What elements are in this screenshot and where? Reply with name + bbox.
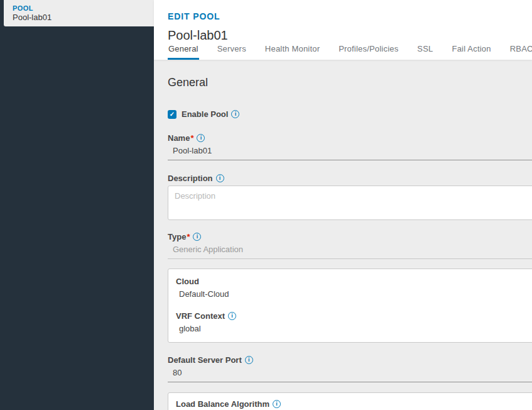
cloud-label-text: Cloud bbox=[176, 277, 199, 286]
tab-fail-action[interactable]: Fail Action bbox=[452, 44, 492, 60]
info-icon[interactable] bbox=[273, 400, 281, 408]
cloud-value: Default-Cloud bbox=[176, 289, 530, 299]
sidebar: POOL Pool-lab01 bbox=[0, 0, 154, 410]
type-label-text: Type bbox=[168, 232, 186, 241]
enable-pool-label: Enable Pool bbox=[182, 109, 228, 119]
tab-health-monitor[interactable]: Health Monitor bbox=[264, 44, 320, 60]
enable-pool-checkbox[interactable] bbox=[168, 110, 176, 119]
info-icon[interactable] bbox=[197, 134, 205, 142]
name-field-group: Name * bbox=[168, 133, 532, 160]
default-server-port-label-text: Default Server Port bbox=[168, 355, 242, 365]
description-label: Description bbox=[168, 174, 532, 183]
required-marker: * bbox=[187, 232, 190, 241]
name-label: Name * bbox=[168, 133, 532, 143]
required-marker: * bbox=[190, 133, 193, 143]
general-form: General Enable Pool Name * Description bbox=[154, 60, 532, 410]
default-server-port-input[interactable] bbox=[168, 365, 532, 382]
name-label-text: Name bbox=[168, 133, 190, 143]
name-input[interactable] bbox=[168, 143, 532, 160]
description-label-text: Description bbox=[168, 174, 213, 183]
tab-bar: General Servers Health Monitor Profiles/… bbox=[168, 44, 532, 60]
info-icon[interactable] bbox=[216, 174, 224, 182]
tab-rbac[interactable]: RBAC bbox=[509, 44, 532, 60]
cloud-vrf-card: Cloud Default-Cloud VRF Context global bbox=[168, 269, 532, 343]
header: EDIT POOL Pool-lab01 General Servers Hea… bbox=[154, 0, 532, 60]
description-textarea[interactable] bbox=[168, 186, 532, 220]
load-balance-algorithm-label: Load Balance Algorithm bbox=[176, 399, 530, 409]
main-panel: EDIT POOL Pool-lab01 General Servers Hea… bbox=[154, 0, 532, 410]
page-title: Pool-lab01 bbox=[168, 28, 532, 43]
type-label: Type * bbox=[168, 232, 532, 241]
section-title: General bbox=[168, 76, 532, 89]
type-field-group: Type * Generic Application bbox=[168, 232, 532, 259]
edit-pool-kicker: EDIT POOL bbox=[168, 11, 532, 21]
sidebar-item-type-label: POOL bbox=[13, 4, 154, 12]
default-server-port-label: Default Server Port bbox=[168, 355, 532, 365]
enable-pool-row: Enable Pool bbox=[168, 109, 532, 119]
info-icon[interactable] bbox=[228, 312, 236, 320]
sidebar-item-pool[interactable]: POOL Pool-lab01 bbox=[4, 0, 154, 26]
info-icon[interactable] bbox=[245, 356, 253, 364]
load-balance-algorithm-label-text: Load Balance Algorithm bbox=[176, 399, 269, 409]
info-icon[interactable] bbox=[193, 233, 201, 241]
default-server-port-group: Default Server Port bbox=[168, 355, 532, 382]
edit-pool-screen: POOL Pool-lab01 EDIT POOL Pool-lab01 Gen… bbox=[0, 0, 532, 410]
vrf-context-label: VRF Context bbox=[176, 311, 530, 321]
sidebar-item-pool-name: Pool-lab01 bbox=[13, 13, 154, 22]
tab-general[interactable]: General bbox=[168, 44, 199, 60]
tab-profiles-policies[interactable]: Profiles/Policies bbox=[338, 44, 399, 60]
vrf-context-label-text: VRF Context bbox=[176, 311, 225, 321]
info-icon[interactable] bbox=[231, 110, 239, 118]
tab-ssl[interactable]: SSL bbox=[416, 44, 433, 60]
tab-servers[interactable]: Servers bbox=[217, 44, 247, 60]
description-field-group: Description bbox=[168, 174, 532, 220]
load-balance-card: Load Balance Algorithm Round Robin bbox=[168, 392, 532, 410]
vrf-context-value: global bbox=[176, 324, 530, 333]
cloud-label: Cloud bbox=[176, 277, 530, 286]
type-value: Generic Application bbox=[168, 242, 532, 259]
